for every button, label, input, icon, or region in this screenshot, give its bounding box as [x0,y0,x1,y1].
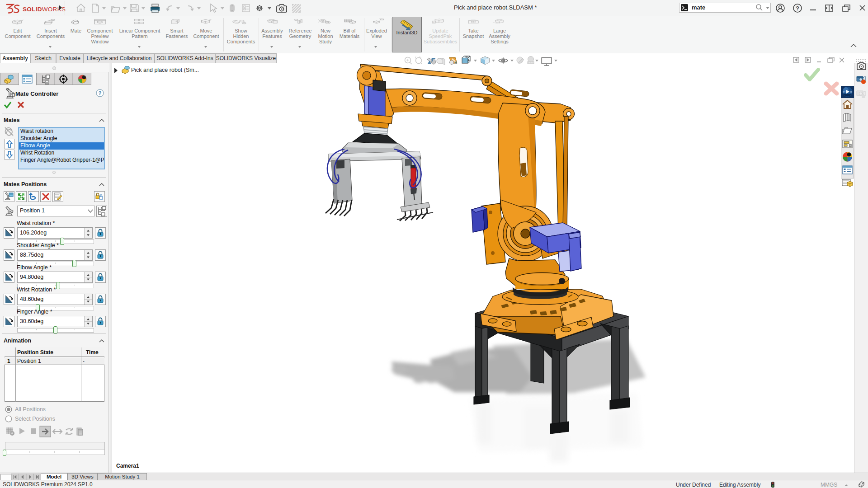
svg-text:?: ? [796,5,799,12]
svg-text:!: ! [433,21,434,23]
svg-text:?: ? [99,90,102,96]
svg-text:A: A [454,61,458,65]
